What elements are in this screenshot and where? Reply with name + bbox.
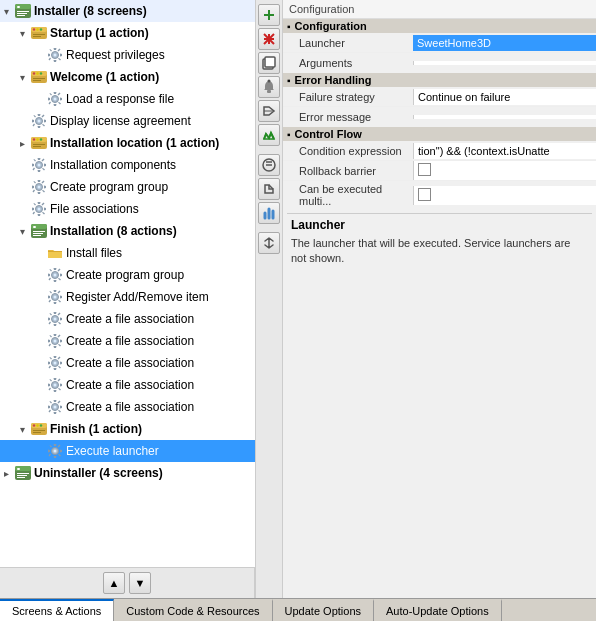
desc-text: The launcher that will be executed. Serv… bbox=[291, 236, 588, 267]
tree-item-startup[interactable]: ▾ Startup (1 action) bbox=[0, 22, 255, 44]
tree-item-installer[interactable]: ▾ Installer (8 screens) bbox=[0, 0, 255, 22]
config-row-value: tion") && (!context.isUnatte bbox=[413, 143, 596, 159]
gear-icon bbox=[30, 200, 48, 218]
section-title: Control Flow bbox=[295, 128, 362, 140]
tree-item-install-files[interactable]: Install files bbox=[0, 242, 255, 264]
tree-item-install-comp[interactable]: Installation components bbox=[0, 154, 255, 176]
tree-label: Installation location (1 action) bbox=[50, 136, 219, 150]
tab-update-options[interactable]: Update Options bbox=[273, 599, 374, 621]
desc-title: Launcher bbox=[291, 218, 588, 232]
expand-btn[interactable]: ▸ bbox=[0, 468, 12, 479]
gear-icon bbox=[46, 332, 64, 350]
settings-button[interactable] bbox=[258, 76, 280, 98]
tree-label: Display license agreement bbox=[50, 114, 191, 128]
tree-item-load-response[interactable]: Load a response file bbox=[0, 88, 255, 110]
delete-button[interactable] bbox=[258, 28, 280, 50]
svg-rect-42 bbox=[33, 231, 45, 232]
expand-btn[interactable]: ▾ bbox=[16, 226, 28, 237]
gear-icon bbox=[30, 112, 48, 130]
svg-rect-12 bbox=[33, 36, 41, 37]
tree-item-file-assoc2[interactable]: Create a file association bbox=[0, 330, 255, 352]
tree-item-register-add-rem[interactable]: Register Add/Remove item bbox=[0, 286, 255, 308]
svg-point-9 bbox=[36, 28, 38, 30]
nav-button[interactable] bbox=[258, 100, 280, 122]
collapse-icon[interactable]: ▪ bbox=[287, 21, 291, 32]
tree-item-file-assoc[interactable]: File associations bbox=[0, 198, 255, 220]
svg-rect-71 bbox=[17, 468, 20, 470]
svg-point-10 bbox=[40, 28, 42, 30]
expand-btn[interactable]: ▾ bbox=[16, 72, 28, 83]
tree-item-uninstaller[interactable]: ▸ Uninstaller (4 screens) bbox=[0, 462, 255, 484]
tree-item-finish[interactable]: ▾ Finish (1 action) bbox=[0, 418, 255, 440]
tree-item-installation[interactable]: ▾ Installation (8 actions) bbox=[0, 220, 255, 242]
gear-icon bbox=[46, 266, 64, 284]
tree-label: Install files bbox=[66, 246, 122, 260]
svg-point-84 bbox=[268, 80, 271, 83]
installer-icon bbox=[30, 222, 48, 240]
config-row-label: Can be executed multi... bbox=[283, 181, 413, 209]
config-row: LauncherSweetHome3D bbox=[283, 33, 596, 53]
chart-button[interactable] bbox=[258, 124, 280, 146]
config-row-label: Launcher bbox=[283, 35, 413, 51]
gear-icon bbox=[46, 46, 64, 64]
tree-item-file-assoc4[interactable]: Create a file association bbox=[0, 374, 255, 396]
toolbar-strip bbox=[255, 0, 283, 598]
tree-item-file-assoc5[interactable]: Create a file association bbox=[0, 396, 255, 418]
section-header: ▪Configuration bbox=[283, 19, 596, 33]
config-row: Rollback barrier bbox=[283, 161, 596, 181]
tree-item-request-priv[interactable]: Request privileges bbox=[0, 44, 255, 66]
tree-item-create-prog-grp[interactable]: Create program group bbox=[0, 176, 255, 198]
svg-rect-43 bbox=[33, 233, 43, 234]
collapse-icon[interactable]: ▪ bbox=[287, 75, 291, 86]
config-row-label: Error message bbox=[283, 109, 413, 125]
tree-item-exec-launcher[interactable]: Execute launcher bbox=[0, 440, 255, 462]
tree-item-display-license[interactable]: Display license agreement bbox=[0, 110, 255, 132]
gear-icon bbox=[46, 442, 64, 460]
expand-btn[interactable]: ▾ bbox=[16, 424, 28, 435]
checkbox[interactable] bbox=[418, 163, 431, 176]
svg-point-14 bbox=[54, 54, 57, 57]
list-button[interactable] bbox=[258, 154, 280, 176]
installer-icon bbox=[14, 464, 32, 482]
content-area: ▾ Installer (8 screens)▾ Startup (1 acti… bbox=[0, 0, 596, 598]
expand-btn[interactable]: ▸ bbox=[16, 138, 28, 149]
checkbox[interactable] bbox=[418, 188, 431, 201]
gear-icon bbox=[30, 156, 48, 174]
svg-point-30 bbox=[40, 138, 42, 140]
doc-button[interactable] bbox=[258, 178, 280, 200]
move-button[interactable] bbox=[258, 232, 280, 254]
svg-point-63 bbox=[36, 424, 38, 426]
expand-btn[interactable]: ▾ bbox=[0, 6, 12, 17]
tree-item-create-prog-grp2[interactable]: Create program group bbox=[0, 264, 255, 286]
tree-item-file-assoc1[interactable]: Create a file association bbox=[0, 308, 255, 330]
tree-label: Request privileges bbox=[66, 48, 165, 62]
tree-label: File associations bbox=[50, 202, 139, 216]
config-row-value bbox=[413, 61, 596, 65]
config-row: Condition expressiontion") && (!context.… bbox=[283, 141, 596, 161]
tab-auto-update[interactable]: Auto-Update Options bbox=[374, 599, 502, 621]
tree-item-install-loc[interactable]: ▸ Installation location (1 action) bbox=[0, 132, 255, 154]
tree-item-file-assoc3[interactable]: Create a file association bbox=[0, 352, 255, 374]
expand-btn[interactable]: ▾ bbox=[16, 28, 28, 39]
startup-icon bbox=[30, 420, 48, 438]
tree-label: Create program group bbox=[50, 180, 168, 194]
collapse-icon[interactable]: ▪ bbox=[287, 129, 291, 140]
config-row-value[interactable]: SweetHome3D bbox=[413, 35, 596, 51]
add-button[interactable] bbox=[258, 4, 280, 26]
svg-rect-44 bbox=[33, 235, 41, 236]
bar-chart-button[interactable] bbox=[258, 202, 280, 224]
svg-point-64 bbox=[40, 424, 42, 426]
tab-custom-code[interactable]: Custom Code & Resources bbox=[114, 599, 272, 621]
startup-icon bbox=[30, 134, 48, 152]
copy-button[interactable] bbox=[258, 52, 280, 74]
nav-down-button[interactable]: ▼ bbox=[129, 572, 151, 594]
gear-icon bbox=[30, 178, 48, 196]
folder-icon bbox=[46, 244, 64, 262]
tab-screens-actions[interactable]: Screens & Actions bbox=[0, 599, 114, 621]
right-content: ▪ConfigurationLauncherSweetHome3DArgumen… bbox=[283, 19, 596, 598]
tree-label: Uninstaller (4 screens) bbox=[34, 466, 163, 480]
nav-up-button[interactable]: ▲ bbox=[103, 572, 125, 594]
tree-item-welcome[interactable]: ▾ Welcome (1 action) bbox=[0, 66, 255, 88]
tree-label: Create a file association bbox=[66, 356, 194, 370]
tree-label: Installation components bbox=[50, 158, 176, 172]
